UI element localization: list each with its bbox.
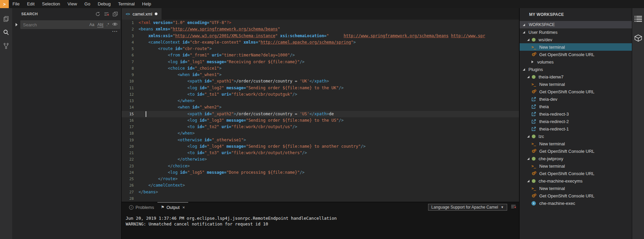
tree-item-new-terminal[interactable]: >_New terminal — [520, 43, 632, 51]
toggle-replace-icon[interactable] — [16, 23, 18, 26]
code-line[interactable]: 23 </choice> — [122, 163, 519, 169]
expand-arrow-icon[interactable] — [527, 158, 529, 160]
tab-camel-xml[interactable]: <> camel.xml — [122, 8, 162, 20]
tree-item-get-openshift-console-url[interactable]: ⚙⚙Get OpenShift Console URL — [520, 88, 632, 95]
clear-search-results-icon[interactable] — [104, 11, 109, 17]
match-case-option[interactable]: Aa — [90, 22, 95, 27]
tree-item-new-terminal[interactable]: >_New terminal — [520, 80, 632, 88]
code-line[interactable]: 12 <to id="_to1" uri="file:work/cbr/outp… — [122, 91, 519, 98]
code-line[interactable]: 16 <log id="_log3" message="Sending orde… — [122, 117, 519, 124]
workspace-section-header[interactable]: WORKSPACE — [520, 21, 632, 28]
tree-item-theia-idenw7[interactable]: theia-idenw7 — [520, 73, 632, 80]
tree-item-volumes[interactable]: volumes — [520, 58, 632, 66]
source-control-icon[interactable] — [1, 39, 11, 53]
tree-item-new-terminal[interactable]: >_New terminal — [520, 185, 632, 192]
menu-view[interactable]: View — [64, 0, 81, 8]
search-details-eye-option[interactable] — [112, 22, 118, 27]
expand-arrow-icon[interactable] — [523, 31, 525, 33]
code-line[interactable]: 17 <to id="_to2" uri="file:work/cbr/outp… — [122, 124, 519, 130]
code-line[interactable]: 24 <log id="_log5" message="Done process… — [122, 169, 519, 176]
code-line[interactable]: 8 <choice id="_choice1"> — [122, 65, 519, 72]
tree-item-new-terminal[interactable]: >_New terminal — [520, 140, 632, 147]
regex-option[interactable]: .* — [106, 22, 109, 27]
code-line[interactable]: 21 <to id="_to3" uri="file:work/cbr/outp… — [122, 150, 519, 156]
tree-item-get-openshift-console-url[interactable]: ⚙⚙Get OpenShift Console URL — [520, 147, 632, 155]
expand-arrow-icon[interactable] — [527, 39, 529, 41]
expand-arrow-icon[interactable] — [523, 68, 525, 71]
tree-item-new-terminal[interactable]: >_New terminal — [520, 162, 632, 170]
menu-help[interactable]: Help — [139, 0, 155, 8]
expand-arrow-icon[interactable] — [527, 180, 529, 182]
tree-item-label: New terminal — [539, 141, 565, 146]
search-more-icon[interactable]: ··· — [112, 30, 118, 33]
tree-item-che-machine-exec[interactable]: iche-machine-exec — [520, 199, 632, 207]
tree-item-get-openshift-console-url[interactable]: ⚙⚙Get OpenShift Console URL — [520, 192, 632, 199]
collapse-arrow-icon[interactable] — [531, 61, 534, 63]
che-logo-icon[interactable]: > — [0, 0, 9, 8]
code-line[interactable]: 5 <route id="cbr-route"> — [122, 46, 519, 52]
dirty-indicator-icon[interactable] — [155, 13, 157, 15]
tree-item-che-machine-execyms[interactable]: che-machine-execyms — [520, 177, 632, 185]
menu-selection[interactable]: Selection — [38, 0, 64, 8]
tree-item-lzc[interactable]: lzc — [520, 133, 632, 140]
tree-item-theia-redirect-2[interactable]: theia-redirect-2 — [520, 118, 632, 125]
code-editor[interactable]: 1<?xml version="1.0" encoding="UTF-8"?>2… — [122, 20, 519, 202]
tree-item-plugins[interactable]: Plugins — [520, 66, 632, 73]
search-icon[interactable] — [1, 26, 11, 39]
output-log[interactable]: Jun 20, 2019 1:37:46 PM org.eclipse.lsp4… — [122, 212, 519, 227]
code-line[interactable]: 6 <from id="_from1" uri="timer:timerName… — [122, 52, 519, 58]
code-line[interactable]: 25 </route> — [122, 176, 519, 182]
code-line[interactable]: 7 <log id="_log1" message="Receiving ord… — [122, 59, 519, 65]
code-line[interactable]: 11 <log id="_log2" message="Sending orde… — [122, 85, 519, 91]
tree-item-get-openshift-console-url[interactable]: ⚙⚙Get OpenShift Console URL — [520, 170, 632, 177]
clear-output-icon[interactable] — [511, 204, 516, 211]
code-line[interactable]: 3 xmlns:xsi="http://www.w3.org/2001/XMLS… — [122, 33, 519, 39]
tree-item-theia-dev[interactable]: theia-dev — [520, 95, 632, 103]
tree-item-user-runtimes[interactable]: User Runtimes — [520, 28, 632, 36]
tree-item-ws-dev[interactable]: ws/dev — [520, 36, 632, 43]
refresh-icon[interactable] — [95, 11, 100, 17]
bottom-tab-output[interactable]: ⚑Output× — [157, 202, 188, 212]
whole-word-option[interactable]: Ab| — [97, 22, 103, 27]
menu-file[interactable]: File — [9, 0, 23, 8]
menu-edit[interactable]: Edit — [23, 0, 38, 8]
code-line[interactable]: 22 </otherwise> — [122, 156, 519, 163]
collapse-all-icon[interactable] — [113, 11, 118, 17]
close-icon[interactable]: × — [182, 205, 185, 210]
tree-item-che-jwtproxy[interactable]: che-jwtproxy — [520, 155, 632, 162]
code-line-content: </choice> — [139, 163, 519, 169]
code-line[interactable]: 15 <xpath id="_xpath2">/order/customer/c… — [122, 111, 519, 117]
code-line[interactable]: 18 </when> — [122, 130, 519, 137]
tree-item-theia-redirect-1[interactable]: theia-redirect-1 — [520, 125, 632, 133]
expand-arrow-icon[interactable] — [523, 24, 525, 26]
line-number: 14 — [122, 104, 139, 111]
menu-terminal[interactable]: Terminal — [114, 0, 138, 8]
code-line-content: <xpath id="_xpath1">/order/customer/coun… — [139, 78, 519, 85]
tree-item-theia[interactable]: theia — [520, 103, 632, 110]
code-line[interactable]: 19 <otherwise id="_otherwise1"> — [122, 137, 519, 143]
workspace-list-icon[interactable] — [633, 12, 643, 26]
output-channel-select[interactable]: Language Support for Apache Camel ▼ — [428, 204, 507, 211]
menu-go[interactable]: Go — [81, 0, 94, 8]
search-input[interactable] — [20, 22, 90, 27]
code-line[interactable]: 9 <when id="_when1"> — [122, 72, 519, 78]
tree-item-get-openshift-console-url[interactable]: ⚙⚙Get OpenShift Console URL — [520, 51, 632, 58]
line-number: 3 — [122, 33, 139, 39]
code-line[interactable]: 28 — [122, 195, 519, 202]
explorer-files-icon[interactable] — [1, 12, 11, 26]
stack-cube-icon[interactable] — [633, 32, 643, 45]
code-line[interactable]: 20 <log id="_log4" message="Sending orde… — [122, 143, 519, 150]
code-line[interactable]: 10 <xpath id="_xpath1">/order/customer/c… — [122, 78, 519, 85]
code-line[interactable]: 26 </camelContext> — [122, 182, 519, 189]
expand-arrow-icon[interactable] — [527, 76, 529, 78]
code-line[interactable]: 4 <camelContext id="cbr-example-context"… — [122, 39, 519, 46]
code-line[interactable]: 14 <when id="_when2"> — [122, 104, 519, 111]
bottom-tab-problems[interactable]: iProblems — [126, 202, 157, 212]
tree-item-theia-redirect-3[interactable]: theia-redirect-3 — [520, 110, 632, 118]
menu-debug[interactable]: Debug — [94, 0, 114, 8]
code-line[interactable]: 13 </when> — [122, 98, 519, 104]
code-line[interactable]: 2<beans xmlns="http://www.springframewor… — [122, 26, 519, 32]
code-line[interactable]: 27</beans> — [122, 189, 519, 195]
expand-arrow-icon[interactable] — [527, 135, 529, 138]
code-line[interactable]: 1<?xml version="1.0" encoding="UTF-8"?> — [122, 20, 519, 26]
